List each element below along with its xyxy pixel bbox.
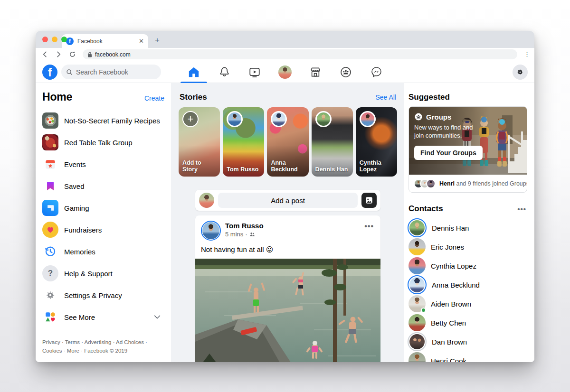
nav-notifications-tab[interactable] xyxy=(209,61,239,83)
story-card[interactable]: Anna Becklund xyxy=(267,107,308,177)
marketplace-icon xyxy=(309,66,322,78)
fundraisers-heart-icon xyxy=(42,222,58,238)
add-story-icon: + xyxy=(182,111,199,127)
feed-column: Stories See All + Add to Story Tom Russo… xyxy=(171,83,404,362)
sidebar-item-recipes-group[interactable]: Not-So-Secret Family Recipes xyxy=(42,111,164,130)
see-all-link[interactable]: See All xyxy=(375,93,396,101)
contact-row[interactable]: Cynthia Lopez xyxy=(408,256,527,275)
contact-row[interactable]: Eric Jones xyxy=(408,237,527,256)
post-author-avatar[interactable] xyxy=(201,221,221,241)
settings-gear-icon xyxy=(42,287,58,303)
sidebar-item-red-table-group[interactable]: Red Table Talk Group xyxy=(42,133,164,152)
contact-avatar xyxy=(408,257,426,274)
stories-row: + Add to Story Tom Russo Anna Becklund D… xyxy=(179,107,397,177)
add-post-field[interactable]: Add a post xyxy=(218,193,358,208)
sidebar-item-help[interactable]: ? Help & Support xyxy=(42,264,164,283)
nav-marketplace-tab[interactable] xyxy=(300,61,331,83)
story-card-add[interactable]: + Add to Story xyxy=(179,107,220,177)
minimize-window-button[interactable] xyxy=(52,37,57,42)
sidebar-item-fundraisers[interactable]: Fundraisers xyxy=(42,220,164,239)
contact-avatar xyxy=(408,352,426,362)
gear-icon xyxy=(516,68,524,76)
nav-watch-tab[interactable] xyxy=(239,61,270,83)
contact-avatar xyxy=(409,334,425,349)
sidebar-item-gaming[interactable]: Gaming xyxy=(42,198,164,217)
contact-row[interactable]: Henri Cook xyxy=(408,351,527,362)
nav-groups-tab[interactable] xyxy=(331,61,361,83)
contacts-title: Contacts xyxy=(408,204,443,214)
story-avatar xyxy=(271,111,287,127)
create-link[interactable]: Create xyxy=(144,94,164,102)
sidebar-item-events[interactable]: Events xyxy=(42,155,164,174)
tab-strip: f Facebook ✕ + xyxy=(36,31,534,48)
tab-title: Facebook xyxy=(77,38,135,45)
sidebar-item-see-more[interactable]: See More xyxy=(42,308,164,327)
groups-white-icon xyxy=(414,112,423,121)
chevron-down-icon xyxy=(153,313,162,321)
contact-avatar xyxy=(408,314,426,331)
groups-card-description: New ways to find and join communities. xyxy=(414,124,475,140)
story-card[interactable]: Cynthia Lopez xyxy=(356,107,397,177)
contact-row[interactable]: Dennis Han xyxy=(408,218,527,237)
post-text: Not having fun at all 😛 xyxy=(195,243,380,259)
gaming-icon xyxy=(42,200,58,216)
zoom-window-button[interactable] xyxy=(61,37,67,42)
url-field[interactable]: facebook.com xyxy=(83,49,517,59)
settings-button[interactable] xyxy=(513,65,528,80)
sidebar-item-memories[interactable]: Memories xyxy=(42,242,164,261)
sidebar-item-settings[interactable]: Settings & Privacy xyxy=(42,286,164,305)
events-icon xyxy=(42,156,58,172)
traffic-lights xyxy=(42,37,67,42)
stories-title: Stories xyxy=(180,93,207,102)
post-composer: Add a post xyxy=(195,190,380,211)
search-box[interactable] xyxy=(61,65,161,79)
right-sidebar: Suggested xyxy=(404,83,534,362)
memories-clock-icon xyxy=(42,243,58,260)
contact-avatar xyxy=(408,238,426,255)
reload-icon[interactable] xyxy=(69,51,76,58)
help-icon: ? xyxy=(42,265,58,281)
home-icon xyxy=(188,66,200,78)
suggested-title: Suggested xyxy=(408,93,527,102)
post-menu-icon[interactable]: ••• xyxy=(364,222,374,231)
post-photo-lake-jump[interactable] xyxy=(195,259,380,362)
contacts-menu-icon[interactable]: ••• xyxy=(517,205,526,213)
post-author-name[interactable]: Tom Russo xyxy=(225,222,264,230)
new-tab-button[interactable]: + xyxy=(155,36,160,45)
facebook-logo[interactable]: f xyxy=(42,65,57,80)
forward-icon[interactable] xyxy=(55,51,62,58)
back-icon[interactable] xyxy=(41,51,48,58)
story-card[interactable]: Dennis Han xyxy=(312,107,353,177)
messenger-icon xyxy=(370,66,382,78)
groups-card-footer: Henri and 9 friends joined Groups xyxy=(409,175,527,192)
friend-avatars-trio xyxy=(414,179,436,188)
contact-row[interactable]: Anna Becklund xyxy=(408,275,527,294)
story-card[interactable]: Tom Russo xyxy=(223,107,264,177)
story-avatar xyxy=(227,111,243,127)
browser-menu-icon[interactable]: ⋮ xyxy=(524,54,529,56)
nav-profile-tab[interactable] xyxy=(270,61,300,83)
browser-tab-facebook[interactable]: f Facebook ✕ xyxy=(62,34,148,48)
browser-window: f Facebook ✕ + facebook.com ⋮ f xyxy=(36,31,534,362)
nav-messenger-tab[interactable] xyxy=(361,61,391,83)
sidebar-item-saved[interactable]: Saved xyxy=(42,177,164,196)
nav-home-tab[interactable] xyxy=(179,61,209,83)
story-avatar xyxy=(315,111,332,127)
find-your-groups-button[interactable]: Find Your Groups xyxy=(414,146,483,160)
bell-icon xyxy=(218,66,230,78)
add-photo-button[interactable] xyxy=(361,193,377,208)
friends-privacy-icon xyxy=(249,232,255,237)
legal-footer: Privacy · Terms · Advertising · Ad Choic… xyxy=(42,338,164,355)
contact-row[interactable]: Dan Brown xyxy=(408,332,527,351)
groups-footer-text: Henri and 9 friends joined Groups xyxy=(439,180,527,187)
online-status-dot xyxy=(421,308,426,313)
tab-close-icon[interactable]: ✕ xyxy=(139,37,144,45)
search-input[interactable] xyxy=(76,68,147,76)
recipes-thumbnail xyxy=(42,112,58,129)
contact-avatar xyxy=(409,277,425,292)
contact-row[interactable]: Betty Chen xyxy=(408,313,527,332)
close-window-button[interactable] xyxy=(42,37,48,42)
contact-row[interactable]: Aiden Brown xyxy=(408,294,527,313)
facebook-header: f xyxy=(36,61,534,83)
story-avatar xyxy=(360,111,376,127)
